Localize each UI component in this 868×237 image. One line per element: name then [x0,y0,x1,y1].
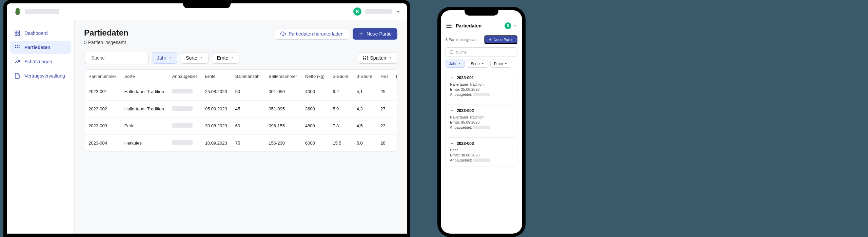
new-partie-button[interactable]: Neue Partie [353,28,397,40]
mobile-card-id: 2023-001 [457,76,474,80]
cell-pflanzen: EU-MRL [392,83,397,101]
th-beta[interactable]: β-Säure [353,70,377,83]
mobile-card-anbau: Anbaugebiet: [450,158,513,162]
chevron-down-icon[interactable] [450,142,454,146]
svg-point-8 [17,47,18,48]
main-content: Partiedaten 5 Partien insgesamt Partieda… [75,20,407,234]
svg-rect-2 [18,34,20,36]
sidebar-item-label: Vertragsverwaltung [24,73,65,79]
th-netto[interactable]: Netto (kg) [301,70,329,83]
mobile-user-menu[interactable]: R [505,22,517,29]
sidebar-item-contracts[interactable]: Vertragsverwaltung [10,69,71,82]
th-alpha[interactable]: α-Säure [329,70,353,83]
chevron-down-icon [458,62,461,65]
filter-label: Ernte [217,55,228,61]
table-row[interactable]: 2023-001 Hallertauer Tradition 25.08.202… [84,83,397,101]
cell-beta: 5,0 [353,134,377,152]
th-ballenanzahl[interactable]: Ballenanzahl [231,70,264,83]
svg-rect-0 [15,31,17,33]
cell-alpha: 5,9 [329,100,353,117]
cell-ballennummer: 156-230 [264,134,301,152]
svg-point-6 [19,45,20,46]
filter-harvest[interactable]: Ernte [212,52,239,64]
cell-anbaugebiet [168,134,201,152]
cell-hsi: 23 [376,117,392,135]
cell-hsi: 25 [376,83,392,101]
cell-partienummer: 2023-002 [84,100,120,117]
chevron-down-icon [504,62,508,65]
download-label: Partiedaten herunterladen [289,31,343,37]
user-name-placeholder [365,9,392,14]
mobile-card-ernte: Ernte: 05.09.2023 [450,120,513,124]
cell-pflanzen: EU-MRL [392,100,397,117]
sidebar: Dashboard Partiedaten Schätzungen Vertra… [7,20,75,234]
cell-ballenanzahl: 75 [231,134,264,152]
mobile-card-sorte: Perle [450,148,513,152]
mobile-card[interactable]: 2023-001 Hallertauer Tradition Ernte: 25… [446,72,517,101]
check-icon [396,106,397,111]
mobile-card-ernte: Ernte: 30.08.2023 [450,153,513,157]
th-anbaugebiet[interactable]: Anbaugebiet [168,70,201,83]
file-icon [14,73,20,79]
search-box[interactable] [84,52,149,64]
cell-ballennummer: 001-050 [264,83,301,101]
svg-point-7 [15,47,16,48]
mobile-card-anbau: Anbaugebiet: [450,125,513,129]
mobile-card[interactable]: 2023-003 Perle Ernte: 30.08.2023 Anbauge… [446,137,517,167]
download-button[interactable]: Partiedaten herunterladen [275,28,349,40]
th-ernte[interactable]: Ernte [201,70,231,83]
th-ballennummer[interactable]: Ballennummer [264,70,301,83]
page-subtitle: 5 Partien insgesamt [84,40,129,45]
cell-beta: 4,5 [353,117,377,135]
chevron-down-icon[interactable] [450,109,454,113]
table-row[interactable]: 2023-002 Hallertauer Tradition 05.09.202… [84,100,397,117]
cell-ernte: 30.08.2023 [201,117,231,135]
mobile-filter-year[interactable]: Jahr [446,60,465,68]
filter-label: Sorte [471,62,479,66]
dots-icon [14,44,20,50]
th-hsi[interactable]: HSI [376,70,392,83]
mobile-filter-harvest[interactable]: Ernte [490,60,511,68]
th-pflanzen[interactable]: Pflanzensch [392,70,397,83]
cell-partienummer: 2023-001 [84,83,120,101]
cell-ballenanzahl: 60 [231,117,264,135]
cell-alpha: 15,5 [329,134,353,152]
cell-ballennummer: 051-095 [264,100,301,117]
table-row[interactable]: 2023-003 Perle 30.08.2023 60 096-155 480… [84,117,397,135]
user-menu[interactable]: R [353,7,400,16]
sidebar-item-label: Schätzungen [24,59,52,64]
avatar: R [353,7,361,16]
mobile-card-sorte: Hallertauer Tradition [450,115,513,119]
mobile-card-anbau: Anbaugebiet: [450,92,513,96]
mobile-header: Partiedaten R [441,20,522,32]
cell-ballenanzahl: 50 [231,83,264,101]
sidebar-item-estimates[interactable]: Schätzungen [10,55,71,68]
cell-ernte: 05.09.2023 [201,100,231,117]
sidebar-item-partiedaten[interactable]: Partiedaten [10,41,71,54]
mobile-search-input[interactable] [456,50,514,54]
menu-icon[interactable] [446,22,452,29]
svg-rect-3 [15,34,17,36]
mobile-card[interactable]: 2023-002 Hallertauer Tradition Ernte: 05… [446,105,517,134]
cell-anbaugebiet [168,83,201,101]
sidebar-item-label: Partiedaten [24,45,50,50]
filter-year[interactable]: Jahr [152,52,177,64]
filter-label: Sorte [186,55,197,61]
mobile-search-box[interactable] [446,47,517,57]
mobile-new-button[interactable]: Neue Partie [484,35,517,44]
search-input[interactable] [91,55,151,61]
cell-hsi: 27 [376,100,392,117]
svg-point-4 [15,45,16,46]
mobile-filter-variety[interactable]: Sorte [467,60,488,68]
cell-pflanzen: EU-MRL [392,134,397,152]
columns-button[interactable]: Spalten [358,52,397,64]
sidebar-item-dashboard[interactable]: Dashboard [10,27,71,40]
cell-sorte: Herkules [120,134,168,152]
chevron-down-icon[interactable] [450,76,454,80]
cell-partienummer: 2023-003 [84,117,120,135]
th-sorte[interactable]: Sorte [120,70,168,83]
table-row[interactable]: 2023-004 Herkules 10.09.2023 75 156-230 … [84,134,397,152]
th-partienummer[interactable]: Partienummer [84,70,120,83]
cell-hsi: 28 [376,134,392,152]
filter-variety[interactable]: Sorte [181,52,208,64]
